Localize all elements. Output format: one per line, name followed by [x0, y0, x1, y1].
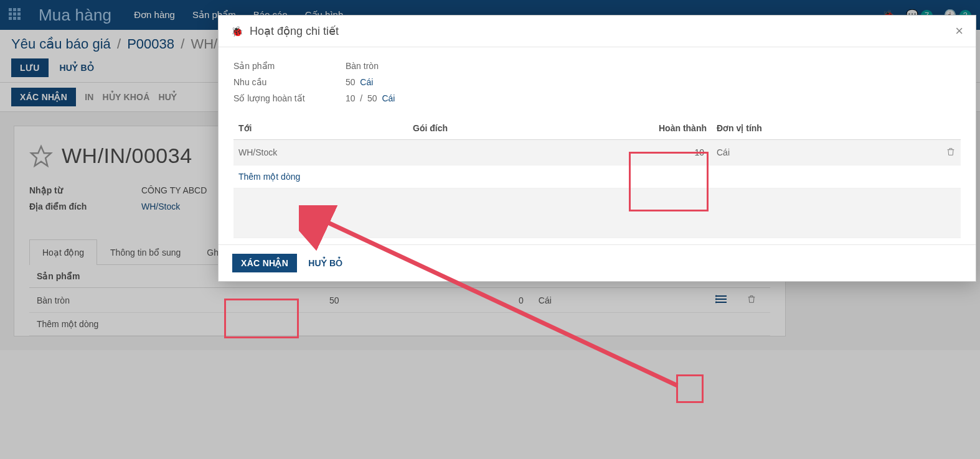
modal-done-qty-label: Số lượng hoàn tất — [233, 93, 346, 103]
modal-demand-uom[interactable]: Cái — [360, 77, 373, 87]
mcell-to[interactable]: WH/Stock — [233, 140, 408, 165]
done-qty-input[interactable] — [629, 146, 707, 159]
modal-add-line-link[interactable]: Thêm một dòng — [233, 165, 961, 188]
modal-confirm-button[interactable]: XÁC NHẬN — [232, 254, 297, 272]
modal-done-total: 50 — [367, 93, 377, 103]
close-icon[interactable]: × — [955, 24, 963, 38]
mcell-dest-pkg[interactable] — [408, 140, 624, 165]
modal-row[interactable]: WH/Stock Cái — [233, 140, 961, 165]
mcol-dest-pkg: Gói đích — [408, 117, 624, 140]
mcol-done: Hoàn thành — [624, 117, 712, 140]
modal-demand-label: Nhu cầu — [233, 77, 346, 87]
modal-product-label: Sản phẩm — [233, 61, 346, 71]
mcol-uom: Đơn vị tính — [712, 117, 936, 140]
bug-icon[interactable]: 🐞 — [231, 26, 243, 37]
mcol-to: Tới — [233, 117, 408, 140]
modal-demand-value: 50 — [346, 77, 356, 87]
detail-modal: 🐞 Hoạt động chi tiết × Sản phẩm Bàn tròn… — [218, 15, 976, 282]
modal-done-qty-value: 10 — [346, 93, 356, 103]
modal-discard-button[interactable]: HUỶ BỎ — [308, 258, 342, 268]
modal-title: Hoạt động chi tiết — [250, 24, 955, 38]
modal-delete-row-icon[interactable] — [936, 140, 961, 165]
modal-product-value[interactable]: Bàn tròn — [346, 61, 379, 71]
modal-done-uom[interactable]: Cái — [382, 93, 395, 103]
mcell-uom[interactable]: Cái — [712, 140, 936, 165]
modal-lines-table: Tới Gói đích Hoàn thành Đơn vị tính WH/S… — [233, 117, 961, 238]
